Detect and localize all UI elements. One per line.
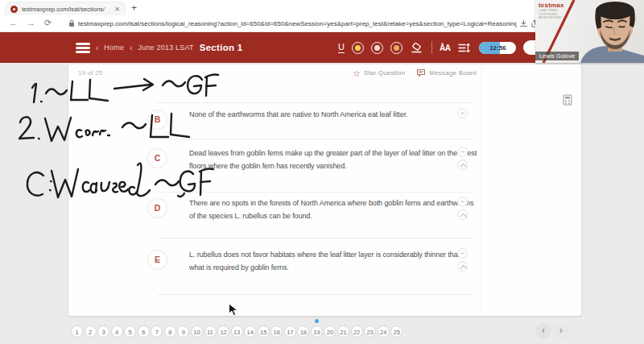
question-number-10[interactable]: 10 — [191, 325, 203, 338]
question-progress: 19 of 25 — [78, 69, 103, 77]
site-favicon — [10, 6, 18, 13]
eliminate-answer-button[interactable]: − — [457, 197, 468, 207]
question-number-22[interactable]: 22 — [351, 325, 363, 338]
browser-tab[interactable]: testmaxprep.com/lsat/sections/ ✕ — [5, 2, 126, 15]
current-question-indicator — [315, 319, 319, 323]
answer-row-d[interactable]: DThere are no spots in the forests of No… — [147, 193, 474, 238]
answer-letter-circle[interactable]: B — [147, 110, 167, 130]
toolbar-divider — [431, 41, 432, 54]
next-question-button[interactable]: › — [553, 323, 569, 339]
highlighter-pink-button[interactable] — [371, 42, 383, 54]
underline-button[interactable]: U — [338, 42, 345, 53]
question-number-3[interactable]: 3 — [97, 325, 109, 338]
restore-answer-button[interactable] — [457, 209, 468, 220]
message-board-icon — [416, 68, 426, 77]
question-number-8[interactable]: 8 — [164, 325, 176, 338]
url-input[interactable]: testmaxprep.com/lsat/sections/logical_re… — [78, 20, 517, 27]
question-number-2[interactable]: 2 — [85, 325, 97, 338]
eliminate-answer-button[interactable]: − — [457, 147, 468, 157]
answer-text[interactable]: There are no spots in the forests of Nor… — [189, 197, 477, 222]
question-number-16[interactable]: 16 — [270, 325, 283, 338]
star-question-button[interactable]: ☆ Star Question — [353, 69, 405, 77]
breadcrumb-home-link[interactable]: Home — [104, 44, 124, 52]
question-number-7[interactable]: 7 — [151, 325, 163, 338]
timer-value: 12:56 — [479, 42, 516, 54]
question-card: 19 of 25 ☆ Star Question Message Board B… — [68, 64, 581, 316]
question-pagination: 1234567891011121314151617181920212223242… — [71, 319, 409, 340]
content-pane-divider — [481, 68, 481, 313]
answer-row-e[interactable]: EL. rubellus does not favor habitats whe… — [147, 245, 474, 294]
timer[interactable]: 12:56 — [479, 42, 516, 54]
question-number-21[interactable]: 21 — [337, 325, 349, 338]
eliminate-answer-button[interactable]: − — [457, 108, 468, 118]
answer-divider — [157, 192, 473, 193]
page-title: Section 1 — [200, 43, 243, 52]
tab-title: testmaxprep.com/lsat/sections/ — [22, 6, 111, 13]
answer-text[interactable]: None of the earthworms that are native t… — [189, 108, 477, 121]
answer-divider — [157, 139, 473, 139]
eliminate-answer-button[interactable]: − — [457, 248, 468, 259]
question-number-14[interactable]: 14 — [244, 325, 256, 338]
breadcrumb-test-link[interactable]: June 2013 LSAT — [138, 44, 194, 52]
lock-icon — [68, 19, 75, 27]
webcam-video: testmax LSAT PREP TUTORING ADMISSIONS Le… — [535, 0, 644, 63]
question-number-11[interactable]: 11 — [204, 325, 217, 338]
answer-letter-circle[interactable]: C — [147, 148, 167, 168]
answer-controls: − — [457, 147, 468, 170]
question-number-23[interactable]: 23 — [364, 325, 376, 338]
question-number-15[interactable]: 15 — [258, 325, 270, 338]
highlighter-orange-button[interactable] — [390, 42, 402, 54]
font-size-button[interactable]: ÅA — [440, 44, 450, 52]
question-number-12[interactable]: 12 — [217, 325, 229, 338]
back-icon[interactable]: ← — [9, 18, 18, 27]
answer-row-b[interactable]: BNone of the earthworms that are native … — [147, 105, 474, 139]
chevron-left-icon: ‹ — [130, 44, 132, 52]
line-spacing-icon[interactable] — [458, 43, 470, 53]
menu-icon[interactable] — [76, 43, 90, 53]
answer-text[interactable]: L. rubellus does not favor habitats wher… — [189, 248, 477, 274]
answer-controls: − — [457, 108, 468, 118]
breadcrumb: ‹ Home ‹ June 2013 LSAT Section 1 — [96, 43, 243, 52]
forward-icon[interactable]: → — [27, 18, 35, 27]
answer-controls: − — [457, 248, 468, 271]
brand-logo: testmax LSAT PREP TUTORING ADMISSIONS — [539, 2, 564, 20]
message-board-button[interactable]: Message Board — [416, 68, 477, 77]
question-number-24[interactable]: 24 — [378, 325, 390, 338]
restore-answer-button[interactable] — [457, 160, 468, 170]
question-number-20[interactable]: 20 — [324, 325, 336, 338]
question-number-6[interactable]: 6 — [138, 325, 150, 338]
restore-answer-button[interactable] — [457, 261, 468, 271]
question-number-19[interactable]: 19 — [311, 325, 323, 338]
new-tab-button[interactable]: + — [131, 2, 137, 14]
answer-divider — [157, 238, 473, 238]
answer-row-c[interactable]: CDead leaves from goblin ferns make up t… — [147, 143, 474, 192]
chevron-left-icon: ‹ — [96, 44, 98, 52]
answer-controls: − — [457, 197, 468, 220]
highlighter-yellow-button[interactable] — [352, 42, 364, 54]
question-number-5[interactable]: 5 — [124, 325, 136, 338]
prev-question-button[interactable]: ‹ — [535, 323, 551, 339]
answer-text[interactable]: Dead leaves from goblin ferns make up th… — [189, 147, 477, 172]
close-tab-icon[interactable]: ✕ — [114, 6, 120, 13]
eraser-icon[interactable] — [411, 43, 423, 53]
question-number-4[interactable]: 4 — [111, 325, 123, 338]
answer-divider — [157, 102, 473, 103]
star-icon: ☆ — [353, 69, 361, 77]
calculator-icon[interactable] — [563, 94, 572, 106]
question-number-18[interactable]: 18 — [297, 325, 309, 338]
answer-letter-circle[interactable]: D — [147, 198, 167, 218]
question-number-17[interactable]: 17 — [284, 325, 296, 338]
download-icon[interactable] — [519, 19, 528, 28]
participant-name-label: Lewis Golove — [535, 52, 579, 60]
question-number-9[interactable]: 9 — [177, 325, 189, 338]
question-number-13[interactable]: 13 — [231, 325, 243, 338]
answer-letter-circle[interactable]: E — [147, 250, 167, 270]
refresh-icon[interactable]: ⟳ — [44, 18, 52, 28]
app-root: testmaxprep.com/lsat/sections/ ✕ + ← → ⟳… — [0, 0, 644, 344]
answer-divider — [157, 294, 473, 295]
question-number-25[interactable]: 25 — [390, 325, 402, 338]
question-number-1[interactable]: 1 — [71, 325, 83, 338]
